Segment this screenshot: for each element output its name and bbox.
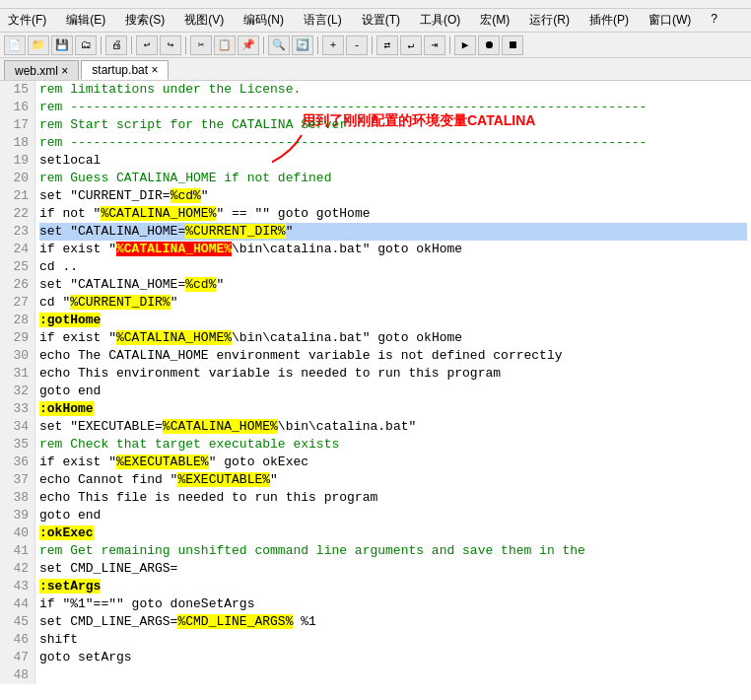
toolbar-sep1 <box>101 36 102 54</box>
code-line-40: rem Check that target executable exists <box>39 436 747 454</box>
menu-view[interactable]: 视图(V) <box>180 11 228 30</box>
toolbar-sep3 <box>185 36 186 54</box>
toolbar-wrap[interactable]: ↵ <box>400 35 422 55</box>
menu-language[interactable]: 语言(L) <box>300 11 346 30</box>
code-line-21: setlocal <box>39 152 747 170</box>
tab-startupbat[interactable]: startup.bat × <box>81 60 169 80</box>
tab-startupbat-label: startup.bat × <box>92 63 158 77</box>
line-number-33: 33 <box>4 400 29 418</box>
line-number-45: 45 <box>4 613 29 631</box>
code-line-30: cd "%CURRENT_DIR%" <box>39 294 747 312</box>
line-number-27: 27 <box>4 294 29 312</box>
line-number-47: 47 <box>4 649 29 666</box>
tab-webxml-label: web.xml × <box>15 64 68 78</box>
line-number-19: 19 <box>4 152 29 170</box>
toolbar-paste[interactable]: 📌 <box>238 35 259 55</box>
menu-edit[interactable]: 编辑(E) <box>62 11 109 30</box>
line-number-39: 39 <box>4 507 29 525</box>
toolbar-copy[interactable]: 📋 <box>214 35 236 55</box>
toolbar-sep4 <box>263 36 264 54</box>
menu-search[interactable]: 搜索(S) <box>121 11 169 30</box>
code-line-32: if exist "%CATALINA_HOME%\bin\catalina.b… <box>39 329 747 347</box>
toolbar-saveall[interactable]: 🗂 <box>75 35 97 55</box>
line-number-35: 35 <box>4 436 29 454</box>
toolbar: 📄 📁 💾 🗂 🖨 ↩ ↪ ✂ 📋 📌 🔍 🔄 + - ⇄ ↵ ⇥ ▶ ⏺ ⏹ <box>0 33 751 58</box>
code-line-53: goto setArgs <box>39 649 747 666</box>
line-number-21: 21 <box>4 187 29 205</box>
menu-macro[interactable]: 宏(M) <box>476 11 513 30</box>
code-line-28: cd .. <box>39 258 747 276</box>
code-area: 1516171819202122232425262728293031323334… <box>0 81 751 684</box>
code-line-18: rem Start script for the CATALINA Server <box>39 116 747 134</box>
toolbar-print[interactable]: 🖨 <box>105 35 127 55</box>
menu-help[interactable]: ? <box>707 11 721 30</box>
toolbar-open[interactable]: 📁 <box>28 35 49 55</box>
menu-settings[interactable]: 设置(T) <box>358 11 404 30</box>
code-line-41: if exist "%EXECUTABLE%" goto okExec <box>39 454 747 471</box>
code-line-27: if exist "%CATALINA_HOME%\bin\catalina.b… <box>39 241 747 258</box>
toolbar-new[interactable]: 📄 <box>4 35 26 55</box>
code-line-45: :okExec <box>39 525 747 542</box>
menu-bar: 文件(F) 编辑(E) 搜索(S) 视图(V) 编码(N) 语言(L) 设置(T… <box>0 9 751 33</box>
line-number-31: 31 <box>4 365 29 383</box>
toolbar-macro2[interactable]: ⏺ <box>478 35 500 55</box>
menu-run[interactable]: 运行(R) <box>525 11 574 30</box>
line-number-38: 38 <box>4 489 29 507</box>
toolbar-save[interactable]: 💾 <box>51 35 73 55</box>
line-number-22: 22 <box>4 205 29 223</box>
code-line-19: rem ------------------------------------… <box>39 134 747 152</box>
title-bar <box>0 0 751 9</box>
code-line-47: rem Get remaining unshifted command line… <box>39 542 747 560</box>
toolbar-sync[interactable]: ⇄ <box>376 35 398 55</box>
toolbar-replace[interactable]: 🔄 <box>292 35 313 55</box>
line-numbers: 1516171819202122232425262728293031323334… <box>0 81 35 684</box>
toolbar-sep7 <box>449 36 450 54</box>
code-line-50: if "%1"=="" goto doneSetArgs <box>39 595 747 613</box>
toolbar-cut[interactable]: ✂ <box>190 35 212 55</box>
code-line-25: if not "%CATALINA_HOME%" == "" goto gotH… <box>39 205 747 223</box>
code-line-36: :okHome <box>39 400 747 418</box>
code-line-49: :setArgs <box>39 578 747 595</box>
code-line-38: set "EXECUTABLE=%CATALINA_HOME%\bin\cata… <box>39 418 747 436</box>
line-number-17: 17 <box>4 116 29 134</box>
menu-tools[interactable]: 工具(O) <box>416 11 464 30</box>
line-number-34: 34 <box>4 418 29 436</box>
toolbar-redo[interactable]: ↪ <box>160 35 181 55</box>
code-line-24: set "CURRENT_DIR=%cd%" <box>39 187 747 205</box>
line-number-23: 23 <box>4 223 29 241</box>
line-number-42: 42 <box>4 560 29 578</box>
line-number-16: 16 <box>4 99 29 116</box>
line-number-48: 48 <box>4 666 29 684</box>
menu-file[interactable]: 文件(F) <box>4 11 50 30</box>
tab-webxml[interactable]: web.xml × <box>4 60 79 80</box>
menu-window[interactable]: 窗口(W) <box>645 11 695 30</box>
toolbar-zoomin[interactable]: + <box>322 35 344 55</box>
code-line-33: echo The CATALINA_HOME environment varia… <box>39 347 747 365</box>
toolbar-macro3[interactable]: ⏹ <box>502 35 523 55</box>
line-number-24: 24 <box>4 241 29 258</box>
toolbar-undo[interactable]: ↩ <box>136 35 158 55</box>
code-line-42: echo Cannot find "%EXECUTABLE%" <box>39 471 747 489</box>
menu-plugins[interactable]: 插件(P) <box>585 11 633 30</box>
line-number-43: 43 <box>4 578 29 595</box>
code-line-48: set CMD_LINE_ARGS= <box>39 560 747 578</box>
line-number-37: 37 <box>4 471 29 489</box>
line-number-36: 36 <box>4 454 29 471</box>
menu-encoding[interactable]: 编码(N) <box>239 11 288 30</box>
toolbar-macro1[interactable]: ▶ <box>454 35 476 55</box>
toolbar-sep2 <box>131 36 132 54</box>
toolbar-zoomout[interactable]: - <box>346 35 368 55</box>
line-number-44: 44 <box>4 595 29 613</box>
line-number-25: 25 <box>4 258 29 276</box>
line-number-28: 28 <box>4 312 29 329</box>
code-line-29: set "CATALINA_HOME=%cd%" <box>39 276 747 294</box>
code-content[interactable]: 用到了刚刚配置的环境变量CATALINA rem limitations und… <box>35 81 751 684</box>
toolbar-sep5 <box>317 36 318 54</box>
toolbar-indent[interactable]: ⇥ <box>424 35 445 55</box>
code-line-44: goto end <box>39 507 747 525</box>
toolbar-sep6 <box>372 36 373 54</box>
line-number-15: 15 <box>4 81 29 99</box>
code-line-51: set CMD_LINE_ARGS=%CMD_LINE_ARGS% %1 <box>39 613 747 631</box>
tabs-bar: web.xml × startup.bat × <box>0 58 751 81</box>
toolbar-find[interactable]: 🔍 <box>268 35 290 55</box>
